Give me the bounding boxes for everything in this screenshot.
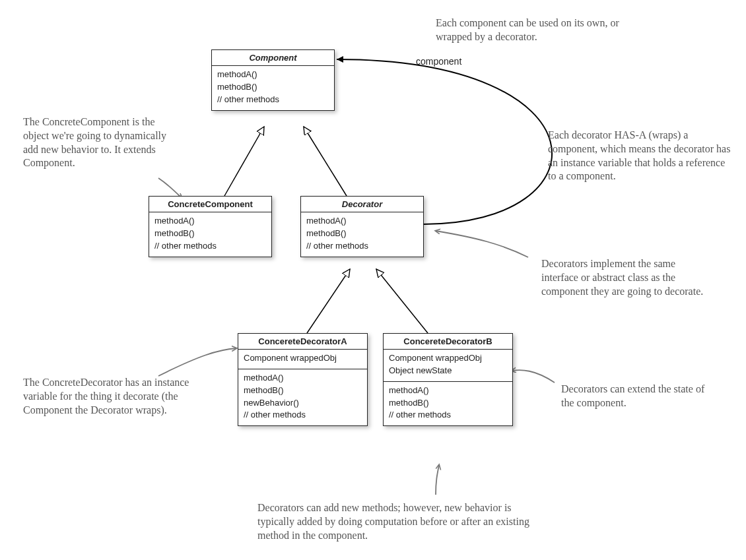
- class-concretecomponent: ConcreteComponent methodA() methodB() //…: [149, 196, 272, 257]
- class-title: Component: [212, 50, 334, 66]
- method: methodA(): [217, 69, 329, 81]
- note-arrow-addmethods: [436, 465, 439, 495]
- class-decorator: Decorator methodA() methodB() // other m…: [300, 196, 424, 257]
- method: methodB(): [217, 81, 329, 94]
- method: // other methods: [389, 409, 507, 421]
- note-sameinterface: Decorators implement the same interface …: [541, 257, 713, 298]
- class-title: ConcreteComponent: [149, 197, 271, 212]
- note-arrow-sameinterface: [436, 231, 528, 257]
- class-title: ConcereteDecoratorA: [238, 334, 367, 350]
- edge-cda-decorator: [307, 269, 350, 333]
- note-arrow-extendstate: [512, 370, 555, 383]
- note-concretedecorator: The ConcreteDecorator has an instance va…: [23, 376, 221, 417]
- note-arrow-concretecomponent: [158, 178, 182, 198]
- class-methods: methodA() methodB() newBehavior() // oth…: [238, 369, 367, 425]
- class-methods: methodA() methodB() // other methods: [301, 212, 423, 257]
- note-arrow-concretedecorator: [158, 348, 236, 376]
- association-label-component: component: [416, 56, 461, 67]
- class-fields: Component wrappedObj: [238, 350, 367, 369]
- note-hasa: Each decorator HAS-A (wraps) a component…: [548, 129, 733, 183]
- method: methodA(): [244, 372, 362, 385]
- field: Component wrappedObj: [389, 352, 507, 365]
- class-fields: Component wrappedObj Object newState: [384, 350, 512, 382]
- method: methodB(): [154, 228, 266, 240]
- method: // other methods: [244, 409, 362, 421]
- field: Object newState: [389, 365, 507, 377]
- method: methodA(): [154, 215, 266, 228]
- note-addmethods: Decorators can add new methods; however,…: [257, 501, 548, 542]
- method: newBehavior(): [244, 397, 362, 410]
- method: methodB(): [306, 228, 418, 240]
- class-methods: methodA() methodB() // other methods: [149, 212, 271, 257]
- class-methods: methodA() methodB() // other methods: [212, 66, 334, 110]
- method: // other methods: [154, 240, 266, 253]
- method: methodB(): [244, 385, 362, 397]
- method: methodA(): [306, 215, 418, 228]
- note-extendstate: Decorators can extend the state of the c…: [561, 383, 720, 410]
- method: // other methods: [217, 94, 329, 106]
- edge-concretecomponent-component: [224, 127, 264, 196]
- class-title: ConcereteDecoratorB: [384, 334, 512, 350]
- note-topright: Each component can be used on its own, o…: [436, 16, 647, 44]
- edge-decorator-component: [304, 127, 347, 196]
- method: methodB(): [389, 397, 507, 410]
- class-methods: methodA() methodB() // other methods: [384, 382, 512, 426]
- edge-cdb-decorator: [376, 269, 428, 333]
- method: methodA(): [389, 385, 507, 397]
- diagram-canvas: { "classes": { "component": { "title": "…: [0, 0, 746, 560]
- class-concretedecoratora: ConcereteDecoratorA Component wrappedObj…: [238, 333, 368, 426]
- note-concretecomponent: The ConcreteComponent is the object we'r…: [23, 115, 175, 170]
- class-title: Decorator: [301, 197, 423, 212]
- field: Component wrappedObj: [244, 352, 362, 365]
- class-component: Component methodA() methodB() // other m…: [211, 49, 335, 111]
- method: // other methods: [306, 240, 418, 253]
- class-concretedecoratorb: ConcereteDecoratorB Component wrappedObj…: [383, 333, 513, 426]
